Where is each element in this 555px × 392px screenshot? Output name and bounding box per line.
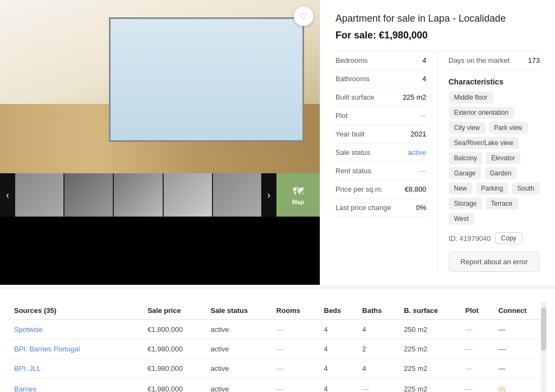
source-link[interactable]: Barnes <box>14 385 36 392</box>
sources-section: Sources (35) Sale price Sale status Room… <box>0 285 555 392</box>
property-id-label: ID: 41979040 <box>449 234 491 243</box>
col-header-rooms: Rooms <box>271 302 319 319</box>
connect-cell: ◎ <box>493 378 546 393</box>
next-thumbnail-button[interactable]: › <box>261 173 276 217</box>
sale-price-cell: €1,980,000 <box>142 378 205 393</box>
rooms-cell: — <box>271 359 319 378</box>
property-title: Apartment for sale in Lapa - Localidade <box>335 13 540 24</box>
bathrooms-row: Bathrooms 4 <box>335 70 427 88</box>
beds-cell: 4 <box>319 359 357 378</box>
baths-cell: 4 <box>357 319 398 339</box>
days-label: Days on the market <box>449 56 510 64</box>
year-built-value: 2021 <box>411 130 427 138</box>
sale-status-cell: active <box>205 339 271 359</box>
sale-price-cell: €1,980,000 <box>142 359 205 378</box>
map-thumbnail[interactable]: 🗺 Map <box>276 173 320 217</box>
source-link[interactable]: BPI: Barnes Portugal <box>14 345 80 353</box>
characteristic-tag: Park view <box>489 122 528 134</box>
table-row: Barnes €1,980,000 active — 4 — 225 m2 — … <box>9 378 546 393</box>
characteristic-tag: Parking <box>476 182 509 194</box>
built-surface-row: Built surface 225 m2 <box>335 88 427 107</box>
last-price-label: Last price change <box>335 204 391 212</box>
connect-cell: — <box>493 339 546 359</box>
characteristic-tag: New <box>449 182 473 194</box>
table-row: BPI: JLL €1,980,000 active — 4 4 225 m2 … <box>9 359 546 378</box>
characteristic-tag: Elevator <box>486 152 520 164</box>
source-link[interactable]: BPI: JLL <box>14 364 41 373</box>
main-property-image: ♡ <box>0 0 320 173</box>
thumbnail-3[interactable] <box>114 173 162 217</box>
characteristic-tag: Exterior orientation <box>449 107 514 119</box>
characteristic-tag: Middle floor <box>449 92 493 103</box>
sale-status-cell: active <box>205 319 271 339</box>
thumbnail-5[interactable] <box>213 173 261 217</box>
source-link[interactable]: Spotwise <box>14 325 43 334</box>
b-surface-cell: 225 m2 <box>398 359 460 378</box>
prev-thumbnail-button[interactable]: ‹ <box>0 173 15 217</box>
characteristics-section: Characteristics Middle floorExterior ori… <box>449 77 540 225</box>
thumbnail-2[interactable] <box>64 173 113 217</box>
bathrooms-label: Bathrooms <box>335 75 370 83</box>
report-error-button[interactable]: Report about an error <box>449 252 540 272</box>
copy-id-button[interactable]: Copy <box>495 232 522 244</box>
rooms-cell: — <box>271 319 319 339</box>
year-built-label: Year built <box>335 130 365 138</box>
col-header-plot: Plot <box>460 302 493 319</box>
col-header-beds: Beds <box>319 302 357 319</box>
built-surface-value: 225 m2 <box>403 93 426 101</box>
plot-cell: — <box>460 339 493 359</box>
beds-cell: 4 <box>319 378 357 393</box>
col-header-b-surface: B. surface <box>398 302 460 319</box>
rent-status-label: Rent status <box>335 167 371 175</box>
thumbnail-4[interactable] <box>164 173 212 217</box>
map-label: Map <box>292 199 304 205</box>
year-built-row: Year built 2021 <box>335 125 427 143</box>
plot-value: — <box>420 112 427 120</box>
bedrooms-label: Bedrooms <box>335 56 367 64</box>
sale-price-cell: €1,800,000 <box>142 319 205 339</box>
sale-status-row: Sale status active <box>335 143 427 162</box>
specs-grid: Bedrooms 4 Bathrooms 4 Built surface 225… <box>335 51 540 272</box>
rent-status-value: — <box>420 167 427 175</box>
price-sqm-value: €8,800 <box>405 185 427 193</box>
bedrooms-row: Bedrooms 4 <box>335 51 427 70</box>
property-price: For sale: €1,980,000 <box>335 30 540 41</box>
thumbnail-strip: ‹ › 🗺 Map <box>0 173 320 217</box>
source-name-cell: Spotwise <box>9 319 142 339</box>
plot-cell: — <box>460 378 493 393</box>
days-value: 173 <box>528 56 540 64</box>
source-name-cell: Barnes <box>9 378 142 393</box>
connect-cell: — <box>493 319 546 339</box>
characteristic-tag: Garage <box>449 167 481 179</box>
characteristic-tag: City view <box>449 122 486 134</box>
beds-cell: 4 <box>319 339 357 359</box>
table-row: BPI: Barnes Portugal €1,980,000 active —… <box>9 339 546 359</box>
baths-cell: — <box>357 378 398 393</box>
thumbnail-1[interactable] <box>15 173 63 217</box>
built-surface-label: Built surface <box>335 93 375 101</box>
characteristic-tag: Storage <box>449 198 482 210</box>
rooms-cell: — <box>271 378 319 393</box>
characteristic-tag: South <box>512 182 539 194</box>
specs-left-col: Bedrooms 4 Bathrooms 4 Built surface 225… <box>335 51 438 272</box>
bathrooms-value: 4 <box>422 75 426 83</box>
b-surface-cell: 250 m2 <box>398 319 460 339</box>
favorite-button[interactable]: ♡ <box>294 6 313 26</box>
sale-price-cell: €1,980,000 <box>142 339 205 359</box>
bedrooms-value: 4 <box>422 56 426 64</box>
property-id-row: ID: 41979040 Copy <box>449 232 540 244</box>
col-header-baths: Baths <box>357 302 398 319</box>
baths-cell: 4 <box>357 359 398 378</box>
characteristic-tag: Balcony <box>449 152 483 164</box>
characteristic-tag: Garden <box>485 167 517 179</box>
sale-status-cell: active <box>205 359 271 378</box>
plot-row: Plot — <box>335 107 427 125</box>
characteristic-tag: West <box>449 213 474 225</box>
col-header-sale-price: Sale price <box>142 302 205 319</box>
sale-status-cell: active <box>205 378 271 393</box>
b-surface-cell: 225 m2 <box>398 378 460 393</box>
col-header-sale-status: Sale status <box>205 302 271 319</box>
connect-cell: — <box>493 359 546 378</box>
connect-icon[interactable]: ◎ <box>498 384 506 392</box>
beds-cell: 4 <box>319 319 357 339</box>
